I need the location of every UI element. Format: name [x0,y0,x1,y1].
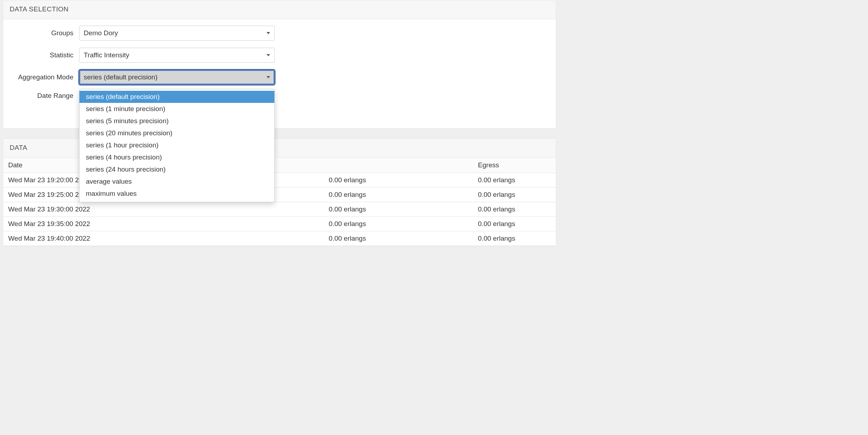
aggregation-option[interactable]: series (default precision) [79,91,274,103]
cell-egress: 0.00 erlangs [473,202,556,217]
statistic-row: Statistic Traffic Intensity [10,48,549,63]
aggregation-option[interactable]: average values [79,175,274,188]
groups-row: Groups Demo Dory [10,26,549,41]
cell-value: 0.00 erlangs [324,217,473,231]
date-range-label: Date Range [10,92,79,100]
table-row: Wed Mar 23 19:35:00 20220.00 erlangs0.00… [3,217,556,231]
caret-down-icon [267,76,270,78]
cell-egress: 0.00 erlangs [473,217,556,231]
aggregation-option[interactable]: series (5 minutes precision) [79,115,274,127]
aggregation-select[interactable]: series (default precision) [79,70,275,85]
cell-value: 0.00 erlangs [324,202,473,217]
cell-egress: 0.00 erlangs [473,188,556,202]
aggregation-option[interactable]: series (1 hour precision) [79,139,274,151]
col-egress[interactable]: Egress [473,158,556,173]
aggregation-option[interactable]: series (20 minutes precision) [79,127,274,139]
aggregation-option[interactable]: series (4 hours precision) [79,151,274,163]
aggregation-value: series (default precision) [84,73,157,81]
cell-value: 0.00 erlangs [324,231,473,246]
caret-down-icon [267,32,270,34]
aggregation-option[interactable]: series (24 hours precision) [79,163,274,175]
statistic-select[interactable]: Traffic Intensity [79,48,275,63]
cell-value: 0.00 erlangs [324,173,473,188]
cell-date: Wed Mar 23 19:40:00 2022 [3,231,324,246]
statistic-label: Statistic [10,51,79,59]
cell-value: 0.00 erlangs [324,188,473,202]
cell-date: Wed Mar 23 19:30:00 2022 [3,202,324,217]
cell-egress: 0.00 erlangs [473,173,556,188]
table-row: Wed Mar 23 19:30:00 20220.00 erlangs0.00… [3,202,556,217]
aggregation-row: Aggregation Mode series (default precisi… [10,70,549,85]
data-selection-title: DATA SELECTION [3,0,556,19]
aggregation-listbox[interactable]: series (default precision)series (1 minu… [79,89,275,202]
cell-date: Wed Mar 23 19:35:00 2022 [3,217,324,231]
table-row: Wed Mar 23 19:40:00 20220.00 erlangs0.00… [3,231,556,246]
caret-down-icon [267,54,270,56]
aggregation-label: Aggregation Mode [10,73,79,81]
groups-select[interactable]: Demo Dory [79,26,275,41]
statistic-value: Traffic Intensity [84,51,129,59]
aggregation-option[interactable]: series (1 minute precision) [79,103,274,115]
aggregation-option[interactable]: maximum values [79,188,274,200]
data-selection-panel: DATA SELECTION Groups Demo Dory Statisti… [3,0,556,129]
data-selection-body: Groups Demo Dory Statistic Traffic Inten… [3,19,556,128]
cell-egress: 0.00 erlangs [473,231,556,246]
col-mid[interactable] [324,158,473,173]
groups-value: Demo Dory [84,29,118,37]
groups-label: Groups [10,29,79,37]
